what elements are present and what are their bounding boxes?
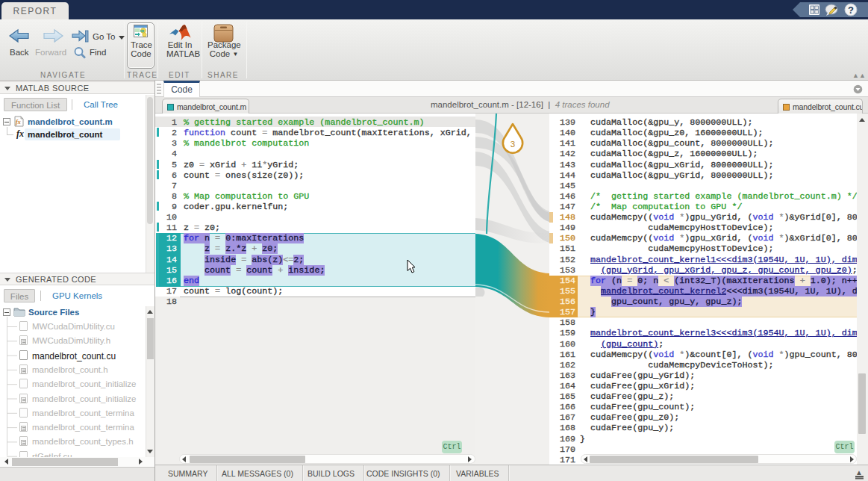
svg-text:3: 3 <box>511 140 515 149</box>
svg-text:fx: fx <box>16 119 21 125</box>
svg-text:?: ? <box>848 4 854 16</box>
